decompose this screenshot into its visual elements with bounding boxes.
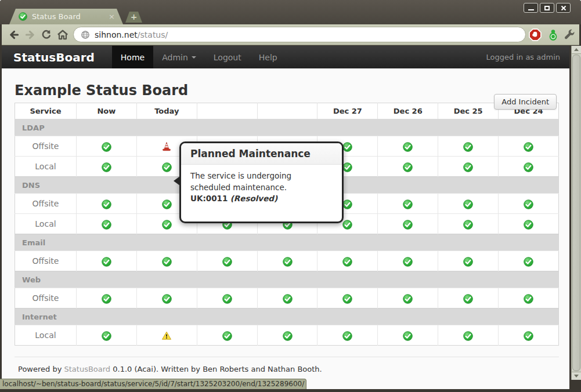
status-ok-icon[interactable]: [524, 142, 533, 152]
green-extension-button[interactable]: [546, 27, 561, 42]
close-button[interactable]: [556, 3, 571, 13]
browser-toolbar: sihnon.net/status/: [2, 24, 579, 45]
status-ok-icon[interactable]: [463, 162, 473, 172]
status-ok-icon[interactable]: [102, 142, 111, 152]
status-cell: [136, 325, 197, 346]
nav-item-help[interactable]: Help: [250, 46, 286, 68]
status-cell: [76, 251, 136, 271]
status-ok-icon[interactable]: [162, 294, 172, 304]
status-cell: [197, 325, 257, 346]
status-ok-icon[interactable]: [463, 331, 473, 341]
status-warning-icon[interactable]: [161, 331, 172, 341]
status-ok-icon[interactable]: [342, 142, 352, 152]
status-ok-icon[interactable]: [102, 199, 111, 209]
menu-wrench-button[interactable]: [562, 27, 577, 42]
service-name-cell: Offsite: [15, 288, 77, 308]
service-group-row: Email: [15, 234, 559, 251]
status-table: ServiceNowTodayDec 27Dec 26Dec 25Dec 24L…: [15, 103, 559, 346]
status-ok-icon[interactable]: [403, 162, 413, 172]
tooltip-description: The service is undergoing scheduled main…: [190, 170, 333, 193]
status-ok-icon[interactable]: [463, 142, 473, 152]
status-ok-icon[interactable]: [342, 257, 352, 267]
status-maintenance-icon[interactable]: [161, 141, 172, 152]
status-ok-icon[interactable]: [463, 220, 473, 230]
nav-item-admin[interactable]: Admin: [153, 46, 205, 68]
service-group-label: Web: [15, 271, 559, 288]
maximize-button[interactable]: [540, 3, 554, 13]
status-ok-icon[interactable]: [222, 257, 232, 267]
status-ok-icon[interactable]: [342, 220, 352, 230]
status-ok-icon[interactable]: [102, 294, 111, 304]
status-ok-icon[interactable]: [403, 220, 413, 230]
status-ok-icon[interactable]: [403, 142, 413, 152]
forward-icon: [24, 28, 37, 41]
new-tab-button[interactable]: +: [125, 12, 142, 23]
status-ok-icon[interactable]: [463, 294, 473, 304]
minimize-button[interactable]: [524, 3, 538, 13]
statusboard-link[interactable]: StatusBoard: [64, 365, 110, 373]
status-ok-icon[interactable]: [403, 257, 413, 267]
service-row: Local: [15, 325, 559, 346]
status-ok-icon[interactable]: [524, 294, 533, 304]
back-button[interactable]: [6, 27, 21, 42]
service-name-cell: Local: [15, 214, 77, 234]
status-cell: [76, 136, 136, 157]
status-ok-icon[interactable]: [342, 199, 352, 209]
home-button[interactable]: [55, 27, 70, 42]
scrollbar-thumb[interactable]: [572, 55, 580, 371]
nav-item-logout[interactable]: Logout: [205, 46, 250, 68]
add-incident-button[interactable]: Add Incident: [494, 94, 557, 110]
status-ok-icon[interactable]: [283, 257, 293, 267]
status-cell: [499, 214, 559, 234]
browser-status-bar: localhost/~ben/status-board/status/servi…: [0, 379, 306, 389]
status-ok-icon[interactable]: [162, 257, 172, 267]
status-ok-icon[interactable]: [283, 331, 293, 341]
status-ok-icon[interactable]: [102, 162, 111, 172]
forward-button[interactable]: [23, 27, 38, 42]
status-ok-icon[interactable]: [102, 331, 111, 341]
column-header: [197, 103, 257, 119]
adblock-extension-button[interactable]: [528, 27, 543, 42]
status-ok-icon[interactable]: [463, 199, 473, 209]
maximize-icon: [544, 6, 550, 10]
tooltip-pointer-icon: [174, 176, 180, 186]
status-ok-icon[interactable]: [342, 162, 352, 172]
status-ok-icon[interactable]: [222, 294, 232, 304]
status-ok-icon[interactable]: [463, 257, 473, 267]
status-ok-icon[interactable]: [524, 199, 533, 209]
tab-title: Status Board: [32, 12, 109, 21]
status-ok-icon[interactable]: [162, 162, 172, 172]
reload-button[interactable]: [39, 27, 54, 42]
status-ok-icon[interactable]: [342, 294, 352, 304]
status-ok-icon[interactable]: [524, 220, 533, 230]
status-ok-icon[interactable]: [102, 220, 111, 230]
status-ok-icon[interactable]: [283, 294, 293, 304]
tab-close-icon[interactable]: ×: [109, 13, 115, 20]
footer-credits: 0.1.0 (Acai). Written by Ben Roberts and…: [110, 365, 322, 373]
address-bar[interactable]: sihnon.net/status/: [73, 27, 526, 42]
status-ok-icon[interactable]: [403, 294, 413, 304]
page-title: Example Status Board: [15, 82, 559, 99]
service-row: Offsite: [15, 288, 559, 308]
status-cell: [499, 157, 559, 177]
status-ok-icon[interactable]: [403, 199, 413, 209]
status-ok-icon[interactable]: [403, 331, 413, 341]
browser-tab[interactable]: Status Board ×: [9, 9, 123, 24]
status-ok-icon[interactable]: [102, 257, 111, 267]
column-header: Service: [15, 103, 77, 119]
status-ok-icon[interactable]: [524, 331, 533, 341]
nav-item-home[interactable]: Home: [112, 46, 153, 68]
scroll-down-button[interactable]: [572, 372, 581, 380]
status-ok-icon[interactable]: [222, 331, 232, 341]
app-brand[interactable]: StatusBoard: [13, 50, 95, 64]
status-ok-icon[interactable]: [524, 257, 533, 267]
scroll-up-button[interactable]: [572, 46, 581, 54]
status-ok-icon[interactable]: [162, 199, 172, 209]
vertical-scrollbar[interactable]: [571, 46, 581, 380]
nav-items: Home Admin Logout Help: [112, 46, 286, 68]
status-ok-icon[interactable]: [342, 331, 352, 341]
status-ok-icon[interactable]: [524, 162, 533, 172]
status-cell: [438, 214, 499, 234]
status-ok-icon[interactable]: [162, 220, 172, 230]
status-cell: [378, 251, 438, 271]
